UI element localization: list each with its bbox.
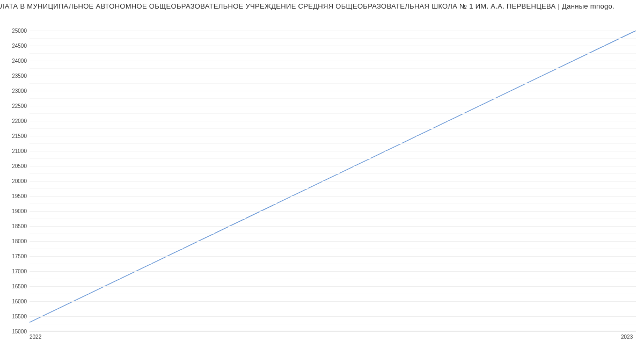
minor-gridline [30, 203, 636, 204]
gridline [30, 136, 636, 136]
gridline [30, 301, 636, 302]
y-tick-label: 21000 [3, 148, 27, 154]
gridline [30, 166, 636, 166]
gridline [30, 121, 636, 121]
y-tick-label: 19000 [3, 208, 27, 214]
gridline [30, 76, 636, 76]
gridline [30, 91, 636, 91]
plot-area [30, 31, 636, 331]
chart-title: ЛАТА В МУНИЦИПАЛЬНОЕ АВТОНОМНОЕ ОБЩЕОБРА… [0, 0, 644, 14]
gridline [30, 151, 636, 151]
y-tick-label: 24500 [3, 43, 27, 49]
y-tick-label: 20500 [3, 163, 27, 169]
y-tick-label: 16000 [3, 299, 27, 304]
minor-gridline [30, 38, 636, 39]
gridline [30, 181, 636, 181]
y-tick-label: 21500 [3, 133, 27, 139]
minor-gridline [30, 324, 636, 324]
gridline [30, 331, 636, 332]
minor-gridline [30, 234, 636, 234]
gridline [30, 196, 636, 197]
y-tick-label: 15500 [3, 314, 27, 319]
gridline [30, 271, 636, 272]
gridline [30, 106, 636, 106]
x-tick-label: 2022 [30, 334, 41, 340]
y-tick-label: 18500 [3, 223, 27, 229]
gridline [30, 256, 636, 257]
minor-gridline [30, 68, 636, 69]
minor-gridline [30, 219, 636, 219]
gridline [30, 61, 636, 61]
minor-gridline [30, 158, 636, 159]
minor-gridline [30, 173, 636, 174]
minor-gridline [30, 53, 636, 54]
minor-gridline [30, 83, 636, 84]
y-tick-label: 19500 [3, 193, 27, 199]
minor-gridline [30, 249, 636, 249]
y-tick-label: 23000 [3, 88, 27, 94]
gridline [30, 316, 636, 317]
y-tick-label: 22000 [3, 118, 27, 124]
minor-gridline [30, 264, 636, 264]
chart-container: 1500015500160001650017000175001800018500… [0, 14, 644, 347]
y-tick-label: 20000 [3, 178, 27, 184]
minor-gridline [30, 128, 636, 129]
minor-gridline [30, 279, 636, 279]
gridline [30, 31, 636, 31]
gridline [30, 286, 636, 287]
y-tick-label: 23500 [3, 73, 27, 79]
minor-gridline [30, 143, 636, 144]
minor-gridline [30, 294, 636, 294]
x-tick-label: 2023 [621, 334, 633, 340]
y-tick-label: 22500 [3, 103, 27, 109]
minor-gridline [30, 98, 636, 99]
gridline [30, 211, 636, 212]
y-tick-label: 17000 [3, 268, 27, 274]
gridline [30, 241, 636, 242]
gridline [30, 226, 636, 227]
y-tick-label: 17500 [3, 253, 27, 259]
minor-gridline [30, 188, 636, 189]
minor-gridline [30, 309, 636, 309]
y-tick-label: 24000 [3, 58, 27, 64]
y-tick-label: 16500 [3, 283, 27, 289]
y-tick-label: 15000 [3, 329, 27, 335]
y-tick-label: 25000 [3, 28, 27, 34]
gridline [30, 46, 636, 46]
minor-gridline [30, 113, 636, 114]
y-tick-label: 18000 [3, 238, 27, 244]
